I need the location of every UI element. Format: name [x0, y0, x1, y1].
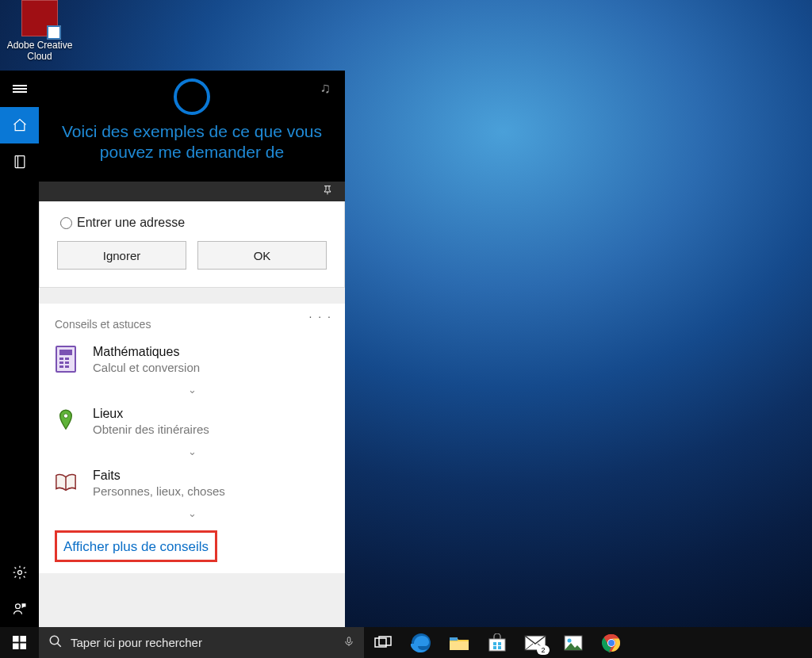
taskbar: Taper ici pour rechercher 2 — [0, 627, 812, 658]
svg-rect-7 — [20, 636, 26, 642]
folder-icon — [449, 634, 469, 652]
tip-math[interactable]: Mathématiques Calcul et conversion — [55, 345, 329, 374]
windows-logo-icon — [13, 636, 26, 649]
edge-button[interactable] — [402, 627, 440, 658]
tip-facts[interactable]: Faits Personnes, lieux, choses — [55, 469, 329, 498]
adobe-cc-tile-icon: ↗ — [21, 0, 58, 36]
pin-icon — [321, 184, 334, 197]
photos-button[interactable] — [554, 627, 592, 658]
cortana-main: ♫ Voici des exemples de ce que vous pouv… — [39, 71, 345, 627]
tips-heading: Conseils et astuces — [55, 318, 329, 331]
svg-point-3 — [15, 604, 20, 609]
tips-card: · · · Conseils et astuces Mathématiques … — [39, 304, 345, 573]
radio-label: Entrer une adresse — [77, 216, 185, 230]
card-more-button[interactable]: · · · — [309, 310, 332, 323]
search-placeholder: Taper ici pour rechercher — [71, 636, 335, 649]
enter-address-radio[interactable]: Entrer une adresse — [60, 216, 327, 230]
chevron-down-icon: ⌄ — [188, 446, 197, 457]
photos-icon — [564, 635, 583, 651]
svg-rect-19 — [493, 642, 496, 645]
task-view-icon — [374, 636, 392, 650]
file-explorer-button[interactable] — [440, 627, 478, 658]
tip-places[interactable]: Lieux Obtenir des itinéraires — [55, 407, 329, 436]
cortana-hero: ♫ Voici des exemples de ce que vous pouv… — [39, 71, 345, 182]
svg-line-11 — [57, 643, 61, 647]
address-card: Entrer une adresse Ignorer OK — [39, 201, 345, 288]
music-icon[interactable]: ♫ — [320, 80, 331, 97]
svg-rect-20 — [498, 642, 501, 645]
map-pin-icon — [55, 407, 77, 435]
svg-rect-9 — [20, 643, 26, 649]
svg-rect-17 — [450, 637, 458, 641]
rail-home-button[interactable] — [0, 107, 39, 143]
svg-rect-12 — [347, 637, 350, 643]
calculator-icon — [55, 345, 77, 373]
desktop-icon-label: Adobe Creative Cloud — [6, 40, 73, 62]
tutorial-highlight: Afficher plus de conseils — [55, 530, 217, 562]
svg-rect-18 — [489, 639, 505, 651]
svg-rect-16 — [450, 641, 469, 650]
ok-button[interactable]: OK — [197, 241, 327, 270]
show-more-tips-link[interactable]: Afficher plus de conseils — [62, 533, 210, 560]
tip-subtitle: Personnes, lieux, choses — [93, 484, 225, 498]
taskbar-search[interactable]: Taper ici pour rechercher — [39, 627, 364, 658]
rail-feedback-button[interactable] — [0, 591, 39, 627]
desktop-icon-adobe-cc[interactable]: ↗ Adobe Creative Cloud — [6, 0, 73, 62]
tip-subtitle: Obtenir des itinéraires — [93, 423, 209, 436]
tip-title: Mathématiques — [93, 345, 200, 359]
cortana-scroll-area[interactable]: Entrer une adresse Ignorer OK · · · Cons… — [39, 201, 345, 627]
hamburger-icon — [13, 83, 27, 94]
rail-notebook-button[interactable] — [0, 143, 39, 180]
search-icon — [48, 634, 63, 651]
chrome-button[interactable] — [592, 627, 630, 658]
radio-icon — [60, 217, 72, 229]
chevron-down-icon: ⌄ — [188, 384, 197, 396]
svg-rect-6 — [13, 636, 19, 642]
tip-subtitle: Calcul et conversion — [93, 361, 200, 374]
svg-point-10 — [50, 636, 59, 645]
store-icon — [488, 633, 507, 652]
ignore-button[interactable]: Ignorer — [57, 241, 186, 270]
svg-point-4 — [63, 414, 68, 419]
rail-menu-button[interactable] — [0, 71, 39, 107]
microphone-button[interactable] — [343, 633, 354, 652]
tip-expand[interactable]: ⌄ — [55, 503, 329, 530]
pin-button[interactable] — [321, 184, 334, 200]
svg-rect-21 — [493, 646, 496, 649]
tip-expand[interactable]: ⌄ — [55, 379, 329, 407]
store-button[interactable] — [478, 627, 516, 658]
taskbar-apps: 2 — [364, 627, 630, 658]
home-icon — [12, 117, 28, 133]
tip-title: Faits — [93, 469, 225, 483]
shortcut-arrow-icon: ↗ — [47, 25, 61, 40]
chrome-icon — [602, 633, 621, 652]
tip-expand[interactable]: ⌄ — [55, 441, 329, 469]
hero-text: Voici des exemples de ce que vous pouvez… — [58, 121, 326, 163]
mail-badge: 2 — [537, 645, 550, 655]
cortana-panel: ♫ Voici des exemples de ce que vous pouv… — [0, 71, 345, 627]
svg-rect-0 — [15, 156, 25, 168]
chevron-down-icon: ⌄ — [188, 507, 197, 519]
rail-settings-button[interactable] — [0, 554, 39, 591]
task-view-button[interactable] — [364, 627, 402, 658]
edge-icon — [411, 633, 431, 653]
svg-point-2 — [17, 571, 21, 575]
tip-title: Lieux — [93, 407, 209, 421]
cortana-nav-rail — [0, 71, 39, 627]
svg-rect-22 — [498, 646, 501, 649]
svg-rect-8 — [13, 643, 19, 649]
svg-point-28 — [608, 640, 615, 646]
gear-icon — [12, 564, 28, 580]
svg-point-25 — [568, 638, 572, 642]
pin-bar — [39, 182, 345, 201]
microphone-icon — [343, 633, 354, 649]
cortana-ring-icon — [174, 78, 210, 115]
book-icon — [55, 469, 77, 497]
notebook-icon — [12, 154, 28, 170]
start-button[interactable] — [0, 627, 39, 658]
mail-button[interactable]: 2 — [516, 627, 554, 658]
person-feedback-icon — [12, 601, 28, 617]
